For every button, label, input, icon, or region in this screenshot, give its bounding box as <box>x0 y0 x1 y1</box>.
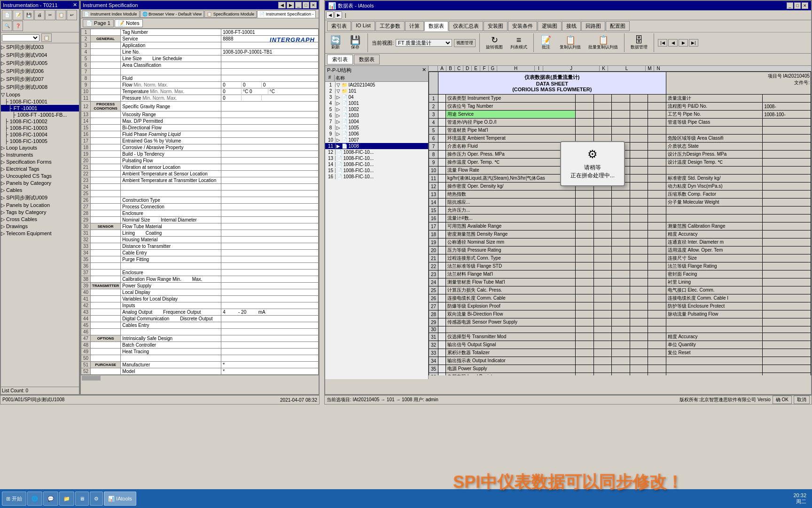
ds-val-11-4[interactable] <box>648 175 666 183</box>
ds-val-15-0[interactable] <box>575 206 593 214</box>
ds-val-1-1[interactable] <box>593 95 612 103</box>
toolbar-btn-6[interactable]: 📋 <box>56 10 66 20</box>
row-val-9[interactable] <box>221 82 319 88</box>
ds-val-26-2[interactable] <box>612 294 630 302</box>
ds-right-val-8[interactable] <box>763 151 811 159</box>
ds-val-24-4[interactable] <box>648 278 666 286</box>
tree-node-13[interactable]: 13 📄 1008-FIC-10... <box>325 155 428 161</box>
ds-val-6-3[interactable] <box>630 135 648 143</box>
ds-val-5-1[interactable] <box>593 127 612 135</box>
ok-button[interactable]: 确 OK <box>773 396 792 404</box>
ds-val-5-0[interactable] <box>575 127 593 135</box>
ds-val-34-4[interactable] <box>648 357 666 365</box>
tree-node-3[interactable]: 3 ▷ 📄 04 <box>325 94 428 100</box>
input-29[interactable] <box>223 217 317 222</box>
ds-right-val-19[interactable] <box>763 238 811 246</box>
ds-val-3-2[interactable] <box>612 111 630 119</box>
ds-val-4-4[interactable] <box>648 119 666 127</box>
input-34[interactable] <box>223 250 317 255</box>
ds-right-val-35[interactable] <box>763 365 811 373</box>
ds-val-33-1[interactable] <box>593 349 612 357</box>
ds-right-val-14[interactable] <box>763 198 811 206</box>
input-52[interactable] <box>223 369 317 374</box>
left-tree-item-2[interactable]: ▷ SPI同步测试U005 <box>1 59 79 67</box>
taskbar-ie[interactable]: 🌐 <box>27 492 42 506</box>
ds-val-19-1[interactable] <box>593 238 612 246</box>
input-24[interactable] <box>223 184 317 190</box>
ribbon-tab-install-cond[interactable]: 安装条件 <box>508 21 537 31</box>
tree-node-5[interactable]: 5 ▷ 📄 1002 <box>325 106 428 112</box>
ribbon-annotate-btn[interactable]: 📝 批注 <box>538 34 554 52</box>
ds-val-1-0[interactable] <box>575 95 593 103</box>
input-41[interactable] <box>223 296 317 302</box>
ds-right-val-34[interactable] <box>763 357 811 365</box>
input-35[interactable] <box>223 257 317 262</box>
row-val-12[interactable] <box>221 102 319 111</box>
tab-spec-module[interactable]: 📋 Specifications Module <box>204 10 257 18</box>
ds-val-2-1[interactable] <box>593 103 612 111</box>
rpt-data[interactable]: 数据表 <box>354 55 380 64</box>
ribbon-tab-calc[interactable]: 计算 <box>405 21 424 31</box>
ds-val-24-1[interactable] <box>593 278 612 286</box>
ds-right-val-17[interactable] <box>763 222 811 230</box>
ds-val-26-4[interactable] <box>648 294 666 302</box>
start-button[interactable]: ⊞ 开始 <box>2 492 26 506</box>
ds-val-33-4[interactable] <box>648 349 666 357</box>
mid-maximize[interactable]: □ <box>303 2 309 8</box>
ds-val-18-2[interactable] <box>612 230 630 238</box>
tree-pane-close[interactable]: ✕ <box>422 67 426 74</box>
ds-val-34-0[interactable] <box>575 357 593 365</box>
ds-val-32-4[interactable] <box>648 341 666 349</box>
ds-val-21-2[interactable] <box>612 254 630 262</box>
toolbar-btn-3[interactable]: 💾 <box>23 10 34 20</box>
ribbon-tab-process[interactable]: 工艺参数 <box>375 21 405 31</box>
left-tree-item-6[interactable]: ▽ Loops <box>1 91 79 98</box>
row-val-34[interactable] <box>221 250 319 256</box>
toolbar-btn-2[interactable]: 📝 <box>13 10 23 20</box>
ds-right-val-6[interactable] <box>763 135 811 143</box>
ds-val-31-2[interactable] <box>612 333 630 341</box>
ds-val-34-1[interactable] <box>593 357 612 365</box>
input-17[interactable] <box>223 138 317 143</box>
input-36[interactable] <box>223 263 317 269</box>
input-39[interactable] <box>223 283 317 288</box>
left-tree-item-15[interactable]: ▷ Instruments <box>1 151 79 159</box>
tree-node-4[interactable]: 4 ▷ 📄 1001 <box>325 100 428 106</box>
ds-val-19-2[interactable] <box>612 238 630 246</box>
ds-val-16-0[interactable] <box>575 214 593 222</box>
ds-val-21-3[interactable] <box>630 254 648 262</box>
tree-node-1[interactable]: 1▽ 📁 IAt20210405 <box>325 82 428 88</box>
ds-right-val-22[interactable] <box>763 262 811 270</box>
taskbar-wechat[interactable]: 💬 <box>43 492 58 506</box>
ribbon-save-btn[interactable]: 💾 保存 <box>347 34 364 52</box>
ds-val-17-1[interactable] <box>593 222 612 230</box>
right-close[interactable]: ✕ <box>802 2 808 9</box>
view-manage-btn[interactable]: 视图管理 <box>454 39 476 47</box>
ds-right-val-3[interactable]: 1008-100- <box>763 111 811 119</box>
ds-val-32-3[interactable] <box>630 341 648 349</box>
ds-right-val-9[interactable] <box>763 159 811 167</box>
ribbon-list-btn[interactable]: ≡ 列表模式 <box>508 34 530 52</box>
ds-right-val-18[interactable] <box>763 230 811 238</box>
ds-val-31-0[interactable] <box>575 333 593 341</box>
nav-last[interactable]: ▶| <box>689 39 698 47</box>
ds-val-20-1[interactable] <box>593 246 612 254</box>
row-val-11[interactable] <box>221 95 319 102</box>
ds-right-val-36[interactable] <box>763 373 811 376</box>
left-tree-item-26[interactable]: ▷ Telecom Equipment <box>1 230 79 237</box>
input-21[interactable] <box>223 165 317 170</box>
ds-val-28-3[interactable] <box>630 310 648 318</box>
ribbon-tab-config[interactable]: 配置图 <box>606 21 630 31</box>
row-val-24[interactable] <box>221 184 319 190</box>
ds-val-5-2[interactable] <box>612 127 630 135</box>
left-tree-item-10[interactable]: ├ 1008-FIC-10002 <box>1 118 79 125</box>
taskbar-settings[interactable]: ⚙ <box>90 492 103 506</box>
ds-val-22-1[interactable] <box>593 262 612 270</box>
input-30[interactable] <box>223 224 317 229</box>
ds-val-3-0[interactable] <box>575 111 593 119</box>
tree-node-12[interactable]: 12 📄 1008-FIC-10... <box>325 149 428 155</box>
ds-right-val-31[interactable] <box>763 333 811 341</box>
toolbar-btn-7[interactable]: ↩ <box>67 10 77 20</box>
input-1[interactable] <box>223 30 317 35</box>
rpt-index[interactable]: 索引表 <box>327 55 353 64</box>
